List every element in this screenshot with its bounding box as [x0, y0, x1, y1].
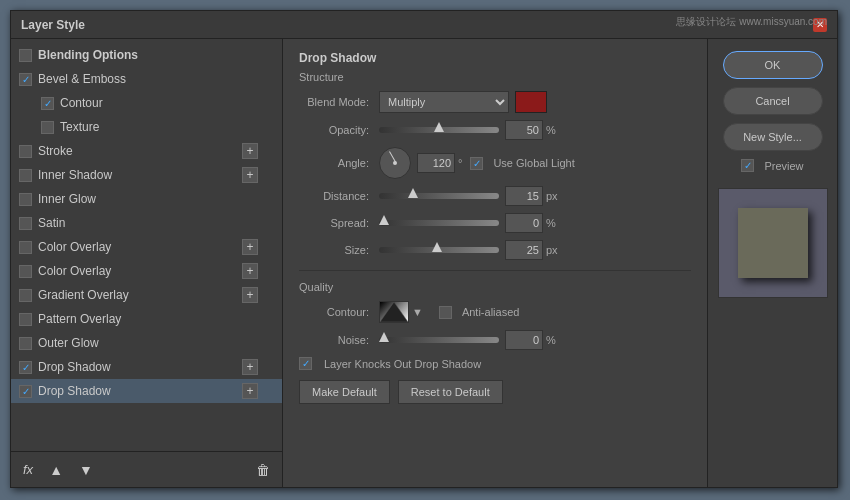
content-area: Blending Options Bevel & Emboss Contour …	[11, 39, 837, 487]
add-drop-shadow-1-button[interactable]: +	[242, 359, 258, 375]
sidebar-item-contour[interactable]: Contour	[11, 91, 282, 115]
sidebar-item-satin[interactable]: Satin	[11, 211, 282, 235]
move-down-button[interactable]: ▼	[75, 460, 97, 480]
blend-mode-label: Blend Mode:	[299, 96, 379, 108]
spread-unit: %	[546, 217, 556, 229]
angle-dial[interactable]	[379, 147, 411, 179]
checkbox-color-overlay-2[interactable]	[19, 265, 32, 278]
contour-row: Contour: ▼ Anti-aliased	[299, 301, 691, 323]
checkbox-stroke[interactable]	[19, 145, 32, 158]
checkbox-texture[interactable]	[41, 121, 54, 134]
add-inner-shadow-button[interactable]: +	[242, 167, 258, 183]
preview-area	[718, 188, 828, 298]
sidebar-item-color-overlay-1[interactable]: Color Overlay +	[11, 235, 282, 259]
checkbox-pattern-overlay[interactable]	[19, 313, 32, 326]
angle-needle	[389, 151, 396, 162]
layer-list: Blending Options Bevel & Emboss Contour …	[11, 39, 282, 451]
ok-button[interactable]: OK	[723, 51, 823, 79]
checkbox-drop-shadow-2[interactable]	[19, 385, 32, 398]
contour-svg	[380, 302, 408, 322]
layer-style-dialog: Layer Style 思缘设计论坛 www.missyuan.com ✕ Bl…	[10, 10, 838, 488]
distance-slider[interactable]	[379, 193, 499, 199]
left-panel-footer: fx ▲ ▼ 🗑	[11, 451, 282, 487]
move-up-button[interactable]: ▲	[45, 460, 67, 480]
noise-row: Noise: %	[299, 330, 691, 350]
size-unit: px	[546, 244, 558, 256]
sub-section-title: Structure	[299, 71, 691, 83]
distance-input[interactable]	[505, 186, 543, 206]
delete-button[interactable]: 🗑	[252, 460, 274, 480]
contour-dropdown-arrow[interactable]: ▼	[412, 306, 423, 318]
sidebar-item-inner-shadow[interactable]: Inner Shadow +	[11, 163, 282, 187]
preview-checkbox[interactable]	[741, 159, 754, 172]
add-color-overlay-2-button[interactable]: +	[242, 263, 258, 279]
checkbox-inner-glow[interactable]	[19, 193, 32, 206]
checkbox-outer-glow[interactable]	[19, 337, 32, 350]
preview-label: Preview	[764, 160, 803, 172]
distance-label: Distance:	[299, 190, 379, 202]
checkbox-bevel-emboss[interactable]	[19, 73, 32, 86]
add-gradient-overlay-button[interactable]: +	[242, 287, 258, 303]
opacity-thumb[interactable]	[434, 122, 444, 132]
sidebar-item-bevel-emboss[interactable]: Bevel & Emboss	[11, 67, 282, 91]
contour-preview[interactable]	[379, 301, 409, 323]
opacity-label: Opacity:	[299, 124, 379, 136]
add-color-overlay-1-button[interactable]: +	[242, 239, 258, 255]
sidebar-item-color-overlay-2[interactable]: Color Overlay +	[11, 259, 282, 283]
sidebar-item-stroke[interactable]: Stroke +	[11, 139, 282, 163]
angle-row: Angle: ° Use Global Light	[299, 147, 691, 179]
spread-thumb[interactable]	[379, 215, 389, 225]
reset-to-default-button[interactable]: Reset to Default	[398, 380, 503, 404]
noise-thumb[interactable]	[379, 332, 389, 342]
svg-marker-0	[380, 302, 408, 322]
checkbox-satin[interactable]	[19, 217, 32, 230]
sidebar-item-outer-glow[interactable]: Outer Glow	[11, 331, 282, 355]
add-stroke-button[interactable]: +	[242, 143, 258, 159]
preview-square	[738, 208, 808, 278]
spread-input[interactable]	[505, 213, 543, 233]
add-drop-shadow-2-button[interactable]: +	[242, 383, 258, 399]
checkbox-contour[interactable]	[41, 97, 54, 110]
angle-input[interactable]	[417, 153, 455, 173]
size-slider[interactable]	[379, 247, 499, 253]
checkbox-blending-options[interactable]	[19, 49, 32, 62]
sidebar-item-blending-options[interactable]: Blending Options	[11, 43, 282, 67]
anti-aliased-label[interactable]: Anti-aliased	[439, 306, 519, 319]
sidebar-item-gradient-overlay[interactable]: Gradient Overlay +	[11, 283, 282, 307]
new-style-button[interactable]: New Style...	[723, 123, 823, 151]
right-panel: OK Cancel New Style... Preview	[707, 39, 837, 487]
sidebar-item-inner-glow[interactable]: Inner Glow	[11, 187, 282, 211]
checkbox-drop-shadow-1[interactable]	[19, 361, 32, 374]
sidebar-item-drop-shadow-1[interactable]: Drop Shadow +	[11, 355, 282, 379]
use-global-light-label[interactable]: Use Global Light	[470, 157, 574, 170]
layer-knocks-out-checkbox[interactable]	[299, 357, 312, 370]
spread-label: Spread:	[299, 217, 379, 229]
title-bar: Layer Style 思缘设计论坛 www.missyuan.com ✕	[11, 11, 837, 39]
quality-section-title: Quality	[299, 281, 691, 293]
contour-label: Contour:	[299, 306, 379, 318]
noise-slider[interactable]	[379, 337, 499, 343]
shadow-color-swatch[interactable]	[515, 91, 547, 113]
anti-aliased-checkbox[interactable]	[439, 306, 452, 319]
use-global-light-checkbox[interactable]	[470, 157, 483, 170]
dialog-title: Layer Style	[21, 18, 85, 32]
layer-knocks-out-row: Layer Knocks Out Drop Shadow	[299, 357, 691, 370]
size-input[interactable]	[505, 240, 543, 260]
sidebar-item-texture[interactable]: Texture	[11, 115, 282, 139]
fx-button[interactable]: fx	[19, 460, 37, 479]
checkbox-inner-shadow[interactable]	[19, 169, 32, 182]
opacity-slider[interactable]	[379, 127, 499, 133]
checkbox-color-overlay-1[interactable]	[19, 241, 32, 254]
sidebar-item-pattern-overlay[interactable]: Pattern Overlay	[11, 307, 282, 331]
noise-input[interactable]	[505, 330, 543, 350]
make-default-button[interactable]: Make Default	[299, 380, 390, 404]
spread-slider[interactable]	[379, 220, 499, 226]
distance-unit: px	[546, 190, 558, 202]
distance-thumb[interactable]	[408, 188, 418, 198]
opacity-input[interactable]	[505, 120, 543, 140]
sidebar-item-drop-shadow-2[interactable]: Drop Shadow +	[11, 379, 282, 403]
size-thumb[interactable]	[432, 242, 442, 252]
checkbox-gradient-overlay[interactable]	[19, 289, 32, 302]
cancel-button[interactable]: Cancel	[723, 87, 823, 115]
blend-mode-select[interactable]: Multiply Normal Screen Overlay	[379, 91, 509, 113]
